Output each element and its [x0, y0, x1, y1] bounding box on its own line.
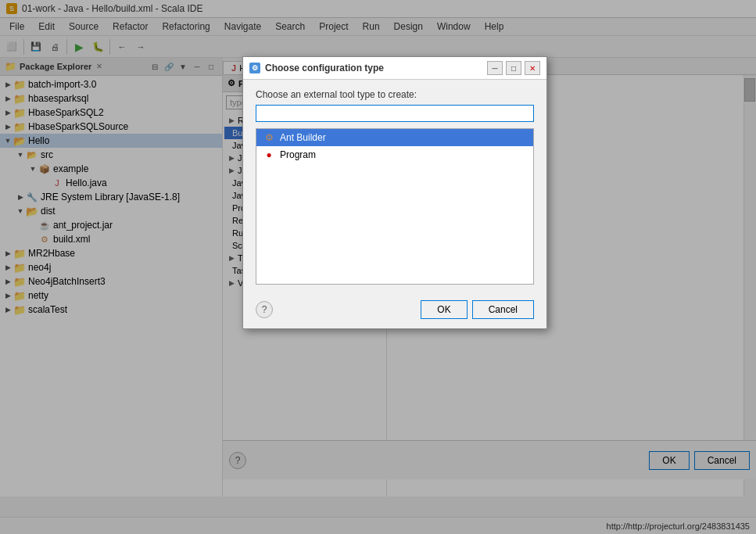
- dialog-title-controls: ─ □ ✕: [487, 61, 540, 75]
- dialog-list[interactable]: ⚙ Ant Builder ● Program: [256, 128, 534, 285]
- ant-builder-icon: ⚙: [263, 131, 275, 144]
- dialog-title-label: Choose configuration type: [265, 63, 384, 73]
- dialog-list-item-ant[interactable]: ⚙ Ant Builder: [256, 129, 533, 146]
- dialog-filter-input[interactable]: [256, 105, 534, 122]
- ant-builder-label: Ant Builder: [280, 132, 326, 143]
- program-label: Program: [280, 149, 316, 160]
- dialog-title-icon: ⚙: [249, 63, 260, 73]
- dialog-label: Choose an external tool type to create:: [256, 89, 534, 100]
- dialog-title-text: ⚙ Choose configuration type: [249, 63, 384, 73]
- dialog-title-bar: ⚙ Choose configuration type ─ □ ✕: [243, 57, 546, 80]
- dialog-cancel-btn[interactable]: Cancel: [472, 300, 534, 319]
- choose-config-dialog: ⚙ Choose configuration type ─ □ ✕ Choose…: [242, 56, 547, 329]
- modal-overlay: ⚙ Choose configuration type ─ □ ✕ Choose…: [0, 0, 756, 534]
- dialog-minimize-btn[interactable]: ─: [487, 61, 503, 75]
- dialog-list-item-program[interactable]: ● Program: [256, 146, 533, 163]
- dialog-action-btns: OK Cancel: [421, 300, 534, 319]
- dialog-body: Choose an external tool type to create: …: [243, 80, 546, 294]
- dialog-maximize-btn[interactable]: □: [506, 61, 521, 75]
- dialog-footer: ? OK Cancel: [243, 294, 546, 328]
- program-icon: ●: [263, 149, 275, 161]
- dialog-help-btn[interactable]: ?: [256, 301, 273, 318]
- dialog-close-btn[interactable]: ✕: [525, 61, 540, 75]
- dialog-ok-btn[interactable]: OK: [421, 300, 467, 319]
